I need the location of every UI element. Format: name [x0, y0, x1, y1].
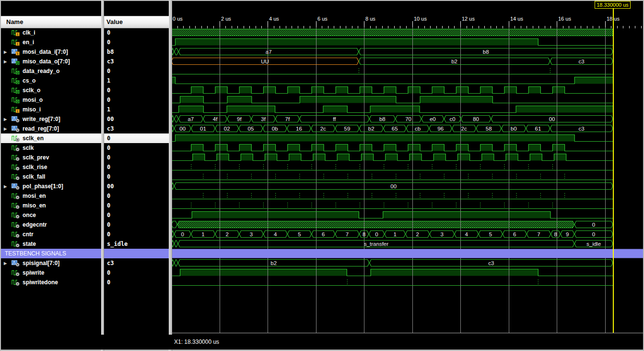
signal-row[interactable]: ▶Omiso_data_o[7:0]: [1, 57, 101, 66]
signal-value[interactable]: 0: [103, 278, 169, 287]
time-cursor[interactable]: [613, 8, 614, 333]
signal-name: miso_i: [23, 106, 41, 113]
signal-row[interactable]: Ien_i: [1, 37, 101, 47]
signal-row[interactable]: sclk: [1, 143, 101, 153]
svg-text:3: 3: [250, 231, 253, 237]
signal-value[interactable]: 0: [103, 28, 169, 37]
signal-name: sclk: [23, 145, 34, 151]
signal-value[interactable]: 0: [103, 268, 169, 278]
signal-row[interactable]: ▶Imosi_data_i[7:0]: [1, 47, 101, 57]
scalar-signal-icon: O: [12, 68, 20, 75]
signal-name-list[interactable]: Iclk_iIen_i▶Imosi_data_i[7:0]▶Omiso_data…: [1, 28, 101, 287]
expand-arrow-icon[interactable]: ▶: [1, 261, 12, 266]
wave-panel[interactable]: 0 us2 us4 us6 us8 us10 us12 us14 us16 us…: [171, 1, 643, 335]
signal-row[interactable]: ▶write_reg[7:0]: [1, 114, 101, 124]
ruler-tick-label: 6 us: [317, 16, 328, 22]
svg-text:O: O: [16, 80, 19, 84]
svg-text:O: O: [16, 61, 19, 64]
signal-row[interactable]: ▶spisignal[7:0]: [1, 258, 101, 268]
scalar-signal-icon: I: [12, 29, 20, 36]
signal-row[interactable]: ▶pol_phase[1:0]: [1, 182, 101, 191]
cursor-time-badge: 18.330000 us: [595, 1, 631, 9]
signal-row[interactable]: edgecntr: [1, 220, 101, 230]
svg-text:2: 2: [226, 231, 229, 237]
scalar-signal-icon: [12, 164, 20, 171]
signal-value[interactable]: 00: [103, 182, 169, 191]
signal-name: read_reg[7:0]: [23, 125, 59, 132]
signal-row[interactable]: Osclk_o: [1, 85, 101, 95]
signal-row[interactable]: sclk_prev: [1, 153, 101, 162]
signal-row[interactable]: cntr: [1, 230, 101, 239]
signal-row[interactable]: spiwrite: [1, 268, 101, 278]
signal-value[interactable]: c3: [103, 57, 169, 66]
signal-value[interactable]: 0: [103, 191, 169, 201]
signal-value[interactable]: b8: [103, 47, 169, 57]
svg-text:b2: b2: [270, 260, 277, 266]
signal-value[interactable]: 0: [103, 230, 169, 239]
signal-value[interactable]: [103, 249, 169, 258]
signal-value[interactable]: 00: [103, 114, 169, 124]
time-ruler[interactable]: 0 us2 us4 us6 us8 us10 us12 us14 us16 us…: [171, 16, 643, 28]
signal-value[interactable]: 0: [103, 162, 169, 172]
signal-value[interactable]: 0: [103, 95, 169, 105]
signal-row[interactable]: sclk_en: [1, 133, 101, 143]
signal-value[interactable]: c3: [103, 258, 169, 268]
signal-value[interactable]: 0: [103, 220, 169, 230]
signal-row[interactable]: state: [1, 239, 101, 249]
expand-arrow-icon[interactable]: ▶: [1, 60, 12, 64]
signal-row[interactable]: Imiso_i: [1, 105, 101, 114]
signal-value[interactable]: 0: [103, 66, 169, 76]
svg-text:I: I: [17, 42, 18, 45]
signal-row[interactable]: once: [1, 210, 101, 220]
waveform-canvas[interactable]: a7b8UUb2c3a74f9f3f7fffb870e0c08000000102…: [171, 27, 643, 334]
signal-row[interactable]: Odata_ready_o: [1, 66, 101, 76]
signal-value-list[interactable]: 00b8c30100100c3000000000000s_idlec300: [103, 28, 169, 287]
signal-value[interactable]: 0: [103, 143, 169, 153]
signal-value[interactable]: 0: [103, 133, 169, 143]
svg-text:9: 9: [566, 231, 569, 237]
bus-signal-icon: O: [12, 58, 20, 65]
signal-row[interactable]: miso_en: [1, 201, 101, 210]
svg-text:b0: b0: [511, 126, 517, 132]
signal-row[interactable]: ▶read_reg[7:0]: [1, 124, 101, 133]
svg-text:a7: a7: [187, 116, 194, 122]
signal-row[interactable]: spiwritedone: [1, 278, 101, 287]
signal-value[interactable]: 0: [103, 85, 169, 95]
value-wave-splitter[interactable]: [169, 0, 172, 351]
signal-value[interactable]: 1: [103, 105, 169, 114]
signal-value[interactable]: 0: [103, 37, 169, 47]
signal-value[interactable]: c3: [103, 124, 169, 133]
svg-text:UU: UU: [261, 59, 269, 64]
signal-row[interactable]: Omosi_o: [1, 95, 101, 105]
expand-arrow-icon[interactable]: ▶: [1, 117, 12, 121]
signal-row[interactable]: mosi_en: [1, 191, 101, 201]
svg-text:1: 1: [201, 231, 204, 237]
expand-arrow-icon[interactable]: ▶: [1, 127, 12, 131]
signal-name: spisignal[7:0]: [23, 260, 59, 266]
signal-row[interactable]: sclk_fall: [1, 172, 101, 182]
signal-row[interactable]: sclk_rise: [1, 162, 101, 172]
signal-value[interactable]: 0: [103, 153, 169, 162]
signal-group-divider[interactable]: TESTBENCH SIGNALS: [1, 249, 101, 258]
signal-value[interactable]: s_idle: [103, 239, 169, 249]
svg-text:00: 00: [549, 116, 555, 122]
scalar-signal-icon: O: [12, 97, 20, 104]
signal-row[interactable]: Ocs_o: [1, 76, 101, 85]
ruler-tick-label: 16 us: [558, 16, 571, 22]
signal-row[interactable]: Iclk_i: [1, 28, 101, 37]
signal-value[interactable]: 0: [103, 210, 169, 220]
name-value-splitter[interactable]: [101, 0, 104, 351]
scalar-signal-icon: [12, 269, 20, 277]
name-column-header: Name: [1, 16, 101, 28]
expand-arrow-icon[interactable]: ▶: [1, 184, 12, 189]
signal-value[interactable]: 1: [103, 76, 169, 85]
expand-arrow-icon[interactable]: ▶: [1, 50, 12, 54]
svg-text:e0: e0: [430, 116, 436, 122]
signal-value[interactable]: 0: [103, 201, 169, 210]
signal-value[interactable]: 0: [103, 172, 169, 182]
svg-text:b8: b8: [379, 116, 386, 122]
svg-text:70: 70: [405, 116, 411, 122]
ruler-tick-label: 0 us: [173, 16, 183, 22]
scalar-signal-icon: O: [12, 77, 20, 85]
svg-text:0: 0: [592, 222, 595, 228]
